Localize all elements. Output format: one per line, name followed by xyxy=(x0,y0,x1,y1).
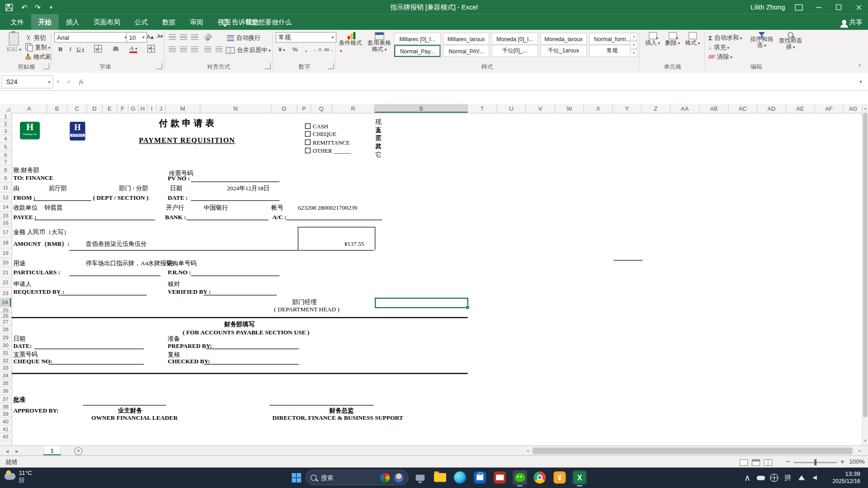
delete-cells-button[interactable]: × 删除 xyxy=(663,32,682,47)
row-header-21[interactable]: 21 xyxy=(0,267,11,277)
increase-indent-button[interactable] xyxy=(214,45,224,54)
sheet-nav-left-button[interactable]: ◂ xyxy=(2,446,12,455)
zoom-slider-thumb[interactable] xyxy=(814,459,816,465)
number-format-combo[interactable]: 常规▾ xyxy=(276,32,337,42)
row-header-14[interactable]: 14 xyxy=(0,202,11,212)
copy-button[interactable]: 复制 xyxy=(25,42,50,52)
ribbon-tab-1[interactable]: 文件 xyxy=(3,14,31,30)
scroll-left-arrow[interactable]: ◂ xyxy=(525,448,530,455)
taskbar-finance[interactable]: ¥ xyxy=(552,470,567,485)
column-header-V[interactable]: V xyxy=(526,104,555,113)
tray-ime-indicator[interactable]: 拼 xyxy=(782,468,794,488)
row-header-31[interactable]: 31 xyxy=(0,349,11,357)
tray-network-icon[interactable] xyxy=(796,468,807,488)
row-header-17[interactable]: 17 xyxy=(0,227,11,237)
row-header-1[interactable]: 1 xyxy=(0,113,11,120)
cell-style-1-3[interactable]: Moneda [0]_I... xyxy=(491,33,538,45)
decrease-decimal-button[interactable]: .00→ xyxy=(323,45,333,54)
align-right-button[interactable] xyxy=(189,45,199,54)
weather-widget[interactable]: 11°C 阴 xyxy=(5,469,32,483)
column-header-X[interactable]: X xyxy=(584,104,613,113)
horizontal-scrollbar[interactable]: ◂ ▸ xyxy=(525,446,863,455)
accounting-format-button[interactable]: ¥ xyxy=(277,45,287,54)
cell-style-1-2[interactable]: Millares_laroux xyxy=(443,33,490,45)
orientation-button[interactable] xyxy=(203,33,212,42)
scroll-up-arrow[interactable]: ▴ xyxy=(863,105,868,112)
column-header-U[interactable]: U xyxy=(497,104,526,113)
row-header-40[interactable]: 40 xyxy=(0,418,11,425)
column-header-AF[interactable]: AF xyxy=(815,104,844,113)
ribbon-tab-5[interactable]: 公式 xyxy=(127,14,155,30)
borders-button[interactable] xyxy=(93,44,103,53)
gallery-more-button[interactable]: ▾ xyxy=(630,49,637,57)
ribbon-tab-4[interactable]: 页面布局 xyxy=(86,14,127,30)
clipboard-dialog-launcher[interactable] xyxy=(43,63,49,69)
cell-style-1-5[interactable]: Normal_form... xyxy=(589,33,636,45)
conditional-formatting-button[interactable]: 条件格式 xyxy=(339,32,364,54)
align-left-button[interactable] xyxy=(167,45,177,54)
minimize-button[interactable] xyxy=(809,0,828,14)
checkbox-2[interactable] xyxy=(305,131,311,136)
gallery-up-button[interactable]: ▴ xyxy=(630,33,637,40)
column-header-S[interactable]: S xyxy=(375,104,468,113)
name-box[interactable]: S24 ▾ xyxy=(1,75,53,89)
row-header-11[interactable]: 11 xyxy=(0,183,11,192)
checkbox-1[interactable] xyxy=(305,123,311,129)
checkbox-3[interactable] xyxy=(305,140,311,145)
cell-style-2-5[interactable]: 常规 xyxy=(589,45,636,57)
row-header-22[interactable]: 22 xyxy=(0,278,11,288)
alignment-dialog-launcher[interactable] xyxy=(264,63,270,69)
formula-input[interactable] xyxy=(95,75,855,88)
cell-style-2-2[interactable]: Normal_PAY... xyxy=(443,45,490,57)
column-header-D[interactable]: D xyxy=(87,104,102,113)
column-header-T[interactable]: T xyxy=(468,104,497,113)
page-break-view-button[interactable] xyxy=(764,459,772,466)
align-middle-button[interactable] xyxy=(178,33,188,42)
row-header-5[interactable]: 5 xyxy=(0,143,11,151)
align-bottom-button[interactable] xyxy=(189,33,199,42)
fill-button[interactable]: ↓填充 xyxy=(708,42,729,52)
taskbar-excel[interactable]: X xyxy=(572,470,587,485)
row-header-26[interactable]: 26 xyxy=(0,313,11,318)
collapse-ribbon-button[interactable]: ∧ xyxy=(857,62,863,69)
normal-view-button[interactable] xyxy=(740,459,748,466)
column-header-J[interactable]: J xyxy=(157,104,166,113)
row-header-27[interactable]: 27 xyxy=(0,318,11,326)
vertical-scroll-thumb[interactable] xyxy=(863,113,868,417)
checkbox-4[interactable] xyxy=(305,148,311,153)
restore-button[interactable] xyxy=(829,0,848,14)
scroll-down-arrow[interactable]: ▾ xyxy=(863,438,868,445)
ribbon-tab-6[interactable]: 数据 xyxy=(155,14,183,30)
merge-center-button[interactable]: 合并后居中 xyxy=(226,45,271,55)
column-header-AC[interactable]: AC xyxy=(728,104,757,113)
column-header-Z[interactable]: Z xyxy=(642,104,670,113)
row-header-6[interactable]: 6 xyxy=(0,151,11,158)
phonetic-guide-button[interactable] xyxy=(146,44,156,53)
row-header-23[interactable]: 23 xyxy=(0,288,11,298)
close-button[interactable] xyxy=(849,0,868,14)
align-top-button[interactable] xyxy=(167,33,177,42)
sheet-nav-right-button[interactable]: ▸ xyxy=(12,446,22,455)
row-header-34[interactable]: 34 xyxy=(0,372,11,380)
tray-cloud-icon[interactable] xyxy=(755,468,766,488)
font-dialog-launcher[interactable] xyxy=(156,63,162,69)
cut-button[interactable]: 剪切 xyxy=(25,33,46,42)
row-header-4[interactable]: 4 xyxy=(0,135,11,143)
cell-style-2-3[interactable]: 千位[0]_... xyxy=(491,45,538,57)
zoom-level[interactable]: 100% xyxy=(849,458,864,465)
row-header-19[interactable]: 19 xyxy=(0,249,11,258)
column-header-M[interactable]: M xyxy=(165,104,200,113)
row-header-36[interactable]: 36 xyxy=(0,387,11,395)
column-header-AA[interactable]: AA xyxy=(670,104,700,113)
grow-font-button[interactable]: A▴ xyxy=(145,32,155,41)
cell-style-1-4[interactable]: Moneda_laroux xyxy=(540,33,587,45)
horizontal-scroll-thumb[interactable] xyxy=(533,448,853,455)
row-header-18[interactable]: 18 xyxy=(0,237,11,248)
underline-button[interactable]: U xyxy=(75,44,85,53)
column-header-AE[interactable]: AE xyxy=(786,104,815,113)
column-header-A[interactable]: A xyxy=(12,104,47,113)
taskbar-system-monitor[interactable] xyxy=(413,470,427,485)
worksheet-grid[interactable]: ABCDEFGHIJMNOPQRSTUVWXYZAAABACADAEAFAG 1… xyxy=(0,104,868,446)
clear-button[interactable]: 清除 xyxy=(708,52,732,61)
insert-cells-button[interactable]: + 插入 xyxy=(643,32,662,47)
